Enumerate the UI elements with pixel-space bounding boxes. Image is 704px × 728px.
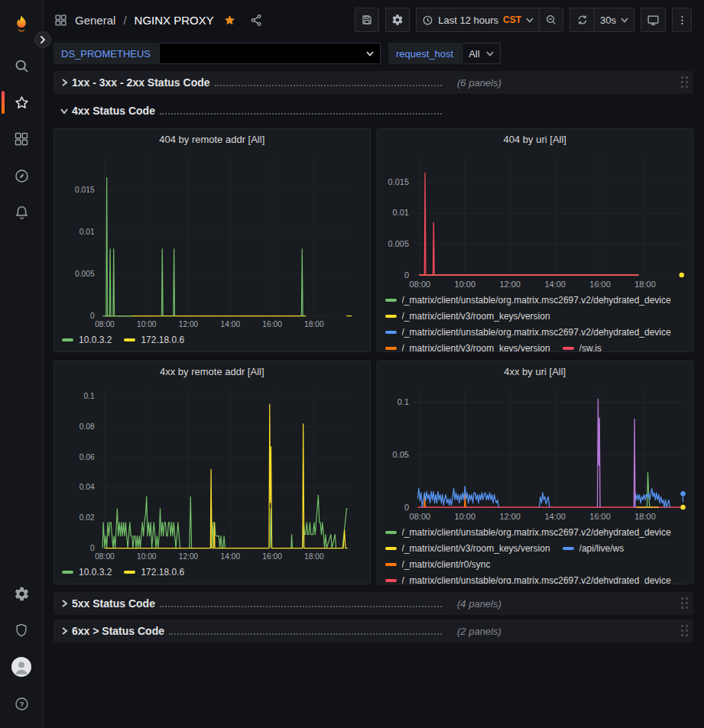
panel-404-by-uri: 404 by uri [All] 08:0010:0012:0014:0016:… — [377, 128, 694, 352]
chevron-down-icon — [486, 51, 494, 57]
sidebar-item-search[interactable] — [0, 47, 43, 84]
favorite-star-icon[interactable] — [223, 14, 236, 27]
x-axis-tick-label: 08:00 — [409, 280, 430, 289]
compass-icon — [14, 168, 30, 184]
row-drag-handle[interactable] — [680, 76, 689, 89]
dotted-leader — [160, 599, 442, 607]
panel-4xx-by-uri: 4xx by uri [All] 08:0010:0012:0014:0016:… — [377, 361, 694, 584]
breadcrumb-dashboard-title[interactable]: NGINX PROXY — [135, 14, 214, 27]
legend-swatch — [385, 563, 397, 566]
series-line — [161, 249, 163, 316]
sidebar-expand-button[interactable] — [34, 31, 51, 48]
variable-value-dropdown[interactable] — [159, 43, 381, 64]
panels-grid: 404 by remote addr [All] 08:0010:0012:00… — [54, 128, 693, 584]
legend-item[interactable]: /_matrix/client/v3/room_keys/version — [385, 542, 550, 555]
chart-canvas[interactable]: 08:0010:0012:0014:0016:0018:0000.0050.01… — [378, 150, 693, 292]
x-axis-tick-label: 08:00 — [409, 512, 430, 521]
gear-icon — [14, 586, 30, 602]
dotted-leader — [215, 78, 442, 86]
series-line — [597, 399, 600, 507]
series-point — [679, 273, 683, 277]
dashboard-settings-button[interactable] — [385, 8, 410, 32]
row-6xx[interactable]: 6xx > Status Code (2 panels) — [54, 620, 693, 642]
legend-label: 172.18.0.6 — [141, 567, 184, 578]
sidebar-item-starred[interactable] — [0, 84, 43, 121]
legend-item[interactable]: /_matrix/client/unstable/org.matrix.msc2… — [385, 293, 671, 307]
legend-item[interactable]: /_matrix/client/unstable/org.matrix.msc2… — [385, 325, 671, 339]
zoom-out-time-button[interactable] — [539, 8, 563, 32]
row-1xx-3xx-2xx[interactable]: 1xx - 3xx - 2xx Status Code (6 panels) — [54, 71, 693, 94]
row-panel-count: (6 panels) — [457, 77, 501, 89]
sidebar-item-profile[interactable] — [0, 649, 43, 685]
legend-item[interactable]: /_matrix/client/unstable/org.matrix.msc2… — [385, 574, 671, 584]
row-5xx[interactable]: 5xx Status Code (4 panels) — [54, 592, 693, 615]
x-axis-tick-label: 08:00 — [95, 320, 115, 328]
sidebar-item-configuration[interactable] — [0, 575, 43, 612]
legend-item[interactable]: 10.0.3.2 — [62, 333, 112, 347]
legend-label: /_matrix/client/v3/room_keys/version — [402, 343, 550, 351]
row-4xx[interactable]: 4xx Status Code — [54, 100, 693, 121]
variable-label: request_host — [388, 43, 461, 64]
refresh-interval-picker[interactable]: 30s — [594, 8, 634, 32]
chart-canvas[interactable]: 08:0010:0012:0014:0016:0018:0000.020.040… — [54, 382, 370, 564]
legend-item[interactable]: 172.18.0.6 — [124, 333, 184, 347]
row-drag-handle[interactable] — [680, 624, 689, 638]
chevron-right-icon — [39, 36, 47, 44]
shield-icon — [14, 623, 29, 638]
legend-item[interactable]: 10.0.3.2 — [62, 565, 112, 579]
row-title-wrap: 5xx Status Code — [72, 597, 446, 610]
sidebar-item-help[interactable]: ? — [0, 685, 43, 722]
series-line — [301, 249, 303, 316]
y-axis-tick-label: 0.08 — [79, 422, 95, 431]
legend-item[interactable]: /_matrix/client/unstable/org.matrix.msc2… — [385, 526, 671, 539]
y-axis-tick-label: 0.06 — [79, 453, 95, 461]
sidebar-item-explore[interactable] — [0, 157, 43, 194]
legend-item[interactable]: /_matrix/client/r0/sync — [385, 558, 491, 571]
chevron-down-icon — [366, 51, 374, 57]
legend-item[interactable]: /sw.js — [563, 341, 602, 351]
chart-canvas[interactable]: 08:0010:0012:0014:0016:0018:0000.0050.01… — [54, 150, 370, 332]
legend-swatch — [385, 579, 397, 582]
legend-swatch — [385, 331, 397, 334]
legend-item[interactable]: /api/live/ws — [563, 542, 625, 555]
row-title: 6xx > Status Code — [72, 625, 164, 637]
breadcrumb-folder[interactable]: General — [75, 14, 115, 27]
panel-title[interactable]: 404 by uri [All] — [378, 129, 693, 150]
help-icon: ? — [14, 696, 30, 712]
share-icon[interactable] — [250, 14, 263, 27]
legend-item[interactable]: /_matrix/client/v3/room_keys/version — [385, 341, 550, 351]
legend-label: 10.0.3.2 — [79, 335, 112, 345]
legend-label: /_matrix/client/unstable/org.matrix.msc2… — [402, 295, 671, 306]
cycle-view-mode-button[interactable] — [641, 8, 666, 32]
y-axis-tick-label: 0.005 — [388, 239, 409, 248]
series-line — [647, 473, 650, 507]
panel-title[interactable]: 4xx by remote addr [All] — [54, 361, 370, 382]
save-dashboard-button[interactable] — [355, 8, 379, 32]
refresh-button[interactable] — [569, 8, 594, 32]
variable-value-dropdown[interactable]: All — [462, 43, 500, 64]
row-panel-count: (4 panels) — [457, 598, 501, 610]
y-axis-tick-label: 0.05 — [392, 450, 408, 459]
x-axis-tick-label: 18:00 — [634, 280, 656, 289]
y-axis-tick-label: 0.04 — [79, 483, 95, 491]
chevron-down-icon — [621, 18, 628, 23]
dashboards-grid-icon — [14, 131, 29, 147]
legend-item[interactable]: /_matrix/client/v3/room_keys/version — [385, 309, 550, 323]
y-axis-tick-label: 0.01 — [79, 228, 95, 236]
series-line — [303, 495, 336, 548]
grafana-flame-icon — [11, 14, 31, 34]
legend-swatch — [62, 338, 73, 341]
sidebar: ? — [0, 0, 44, 728]
time-range-picker[interactable]: Last 12 hours CST — [416, 8, 539, 32]
sidebar-item-alerting[interactable] — [0, 194, 43, 231]
refresh-interval-label: 30s — [600, 15, 616, 26]
legend-item[interactable]: 172.18.0.6 — [124, 565, 184, 579]
chart-canvas[interactable]: 08:0010:0012:0014:0016:0018:0000.050.1 — [378, 382, 693, 524]
panel-title[interactable]: 4xx by uri [All] — [378, 361, 693, 382]
sidebar-item-server-admin[interactable] — [0, 612, 43, 649]
panel-title[interactable]: 404 by remote addr [All] — [54, 129, 370, 150]
row-drag-handle[interactable] — [680, 597, 689, 610]
kebab-menu-button[interactable] — [672, 8, 692, 32]
row-panel-count: (2 panels) — [457, 626, 501, 637]
sidebar-item-dashboards[interactable] — [0, 121, 43, 157]
